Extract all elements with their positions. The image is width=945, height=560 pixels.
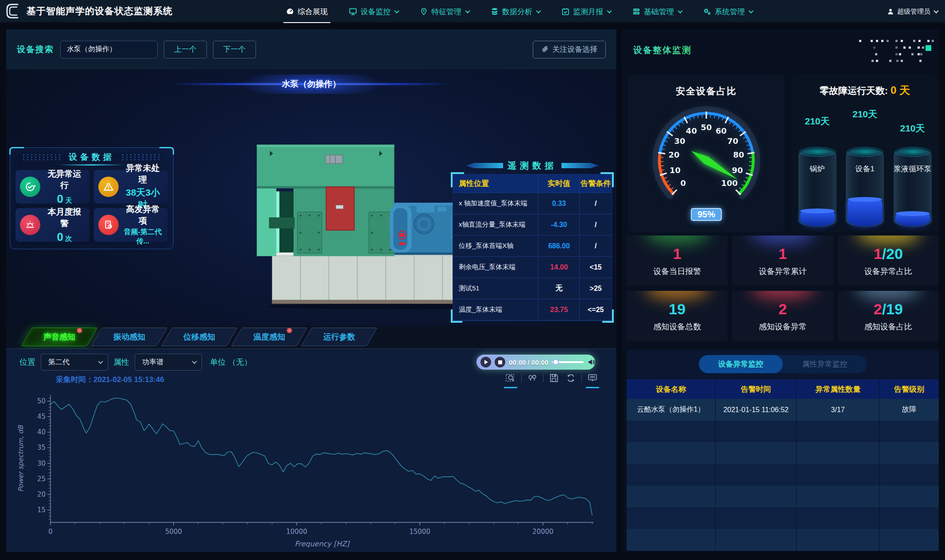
chevron-down-icon [192, 359, 197, 364]
cylinder-days: 210天 [891, 122, 934, 135]
tab-device-alarm-monitor[interactable]: 设备异常监控 [699, 355, 783, 373]
telemetry-panel: 遥测数据 属性位置 实时值 告警条件 x 轴加速度值_泵体末端 0.33 / [453, 157, 612, 322]
user-name: 超级管理员 [897, 8, 930, 16]
chevron-down-icon [678, 8, 682, 13]
stat-today-alarms: 1 设备当日报警 [627, 236, 728, 286]
map-pin-icon [420, 8, 428, 15]
attribute-select[interactable]: 功率谱 [135, 354, 202, 371]
cylinder-rim [799, 147, 836, 157]
zero-fault-value: 0 天 [891, 84, 910, 96]
toolbar-separator [543, 374, 543, 382]
alert-badge [287, 328, 292, 333]
svg-text:25: 25 [37, 475, 46, 483]
tooltip-toggle-icon[interactable] [586, 372, 599, 384]
prev-device-button[interactable]: 上一个 [164, 41, 207, 58]
stat-unit: 天 [65, 197, 72, 204]
nav-item-overview[interactable]: 综合展现 [284, 0, 329, 23]
nav-item-data-analysis[interactable]: 数据分析 [489, 0, 542, 23]
spectrum-section: 位置 第二代 属性 功率谱 单位 （无） 00:00 / 00:00 采集时间：… [6, 349, 616, 552]
svg-text:10000: 10000 [286, 528, 307, 536]
alarm-row-empty [627, 529, 939, 551]
refresh-icon[interactable] [565, 372, 577, 384]
svg-text:20: 20 [668, 150, 679, 159]
nav-item-label: 设备监控 [360, 7, 391, 17]
cylinder-device1: 210天 设备1 [844, 103, 886, 228]
stat-value: 音频-第二代传... [122, 228, 163, 246]
telemetry-header-row: 属性位置 实时值 告警条件 [453, 174, 612, 193]
overview-title: 设备整体监测 [633, 44, 692, 56]
svg-text:0: 0 [680, 178, 686, 188]
telemetry-title: 遥测数据 [507, 160, 557, 172]
warning-icon [98, 177, 119, 197]
stat-sensor-ratio: 2/19 感知设备占比 [838, 291, 939, 341]
nav-item-monthly-report[interactable]: 监测月报 [560, 0, 613, 23]
tab-attribute-alarm-monitor[interactable]: 属性异常监控 [783, 355, 867, 373]
zero-fault-title: 零故障运行天数: 0 天 [791, 74, 939, 97]
nav-item-label: 系统管理 [715, 7, 745, 17]
svg-text:30: 30 [37, 460, 46, 467]
device-data-panel: 设备数据 无异常运行 0 天 [10, 147, 174, 249]
toolbar-separator [581, 374, 582, 382]
tab-sound-sense[interactable]: 声音感知 [21, 328, 97, 346]
model-viewport[interactable]: 水泵（勿操作） [6, 70, 616, 325]
stat-anomaly-ratio: 1/20 设备异常占比 [838, 236, 939, 286]
cylinder-slurry-pump: 210天 浆液循环泵 [891, 103, 934, 228]
zoom-reset-icon[interactable] [526, 372, 538, 384]
brand: 基于智能声学的设备状态监测系统 [0, 2, 173, 20]
next-device-button[interactable]: 下一个 [213, 41, 256, 58]
monitor-icon [349, 8, 357, 15]
cylinder-name: 设备1 [843, 164, 887, 174]
alarm-header-row: 设备名称 告警时间 异常属性数量 告警级别 [627, 379, 939, 399]
stat-unit: 次 [65, 235, 72, 242]
position-select[interactable]: 第二代 [41, 354, 108, 371]
focus-device-button[interactable]: 关注设备选择 [533, 41, 606, 58]
overview-stats: 1 设备当日报警 1 设备异常累计 1/20 设备异常占比 19 感知设备总数 … [627, 236, 939, 341]
alarm-table: 设备名称 告警时间 异常属性数量 告警级别 云酷水泵（勿操作1） 2021-01… [627, 379, 939, 551]
alarm-tabs: 设备异常监控 属性异常监控 [699, 355, 867, 373]
nav-item-system-mgmt[interactable]: 系统管理 [701, 0, 755, 23]
svg-text:40: 40 [686, 126, 697, 135]
cylinder-days: 210天 [844, 108, 886, 120]
user-menu[interactable]: 超级管理员 [887, 0, 938, 23]
tab-run-params[interactable]: 运行参数 [301, 328, 377, 346]
stat-card-month-alarms: 本月度报警 0 次 [15, 208, 89, 242]
alarm-row[interactable]: 云酷水泵（勿操作1） 2021-01-15 11:06:52 3/17 故障 [627, 399, 939, 421]
stat-sensor-total: 19 感知设备总数 [627, 291, 728, 341]
cylinder-liquid [895, 213, 930, 226]
save-icon[interactable] [548, 372, 560, 384]
stat-value: 0 [57, 192, 63, 205]
alert-badge [77, 328, 82, 333]
tab-displacement-sense[interactable]: 位移感知 [161, 328, 237, 346]
svg-text:35: 35 [37, 444, 46, 452]
alarm-row-empty [627, 421, 939, 442]
nav-item-feature-mgmt[interactable]: 特征管理 [418, 0, 471, 23]
nav-item-label: 基础管理 [644, 7, 674, 17]
gears-icon [703, 8, 711, 15]
chart-toolbar [504, 372, 599, 384]
alarm-monitor-card: 设备异常监控 属性异常监控 设备名称 告警时间 异常属性数量 告警级别 云酷水泵… [627, 350, 939, 550]
svg-text:0: 0 [48, 528, 53, 536]
play-button[interactable] [480, 357, 491, 367]
volume-slider[interactable] [552, 359, 584, 365]
title-wing-decoration [466, 163, 503, 168]
telemetry-row: 测试51 无 >25 [453, 278, 612, 299]
cylinder-rim [847, 147, 883, 157]
svg-text:80: 80 [733, 150, 744, 159]
svg-text:Power spectrum, dB: Power spectrum, dB [17, 425, 25, 492]
title-wing-decoration [562, 163, 599, 168]
nav-item-label: 监测月报 [573, 7, 603, 17]
zoom-select-icon[interactable] [504, 372, 517, 384]
nav-item-label: 综合展现 [298, 7, 328, 17]
device-search-input[interactable] [60, 41, 158, 58]
chevron-down-icon [933, 8, 938, 13]
stop-button[interactable] [495, 357, 505, 367]
alarm-icon [20, 215, 40, 235]
chevron-down-icon [465, 8, 470, 13]
svg-text:15000: 15000 [409, 528, 430, 536]
gauge-value-badge: 95% [691, 208, 722, 221]
tab-temperature-sense[interactable]: 温度感知 [231, 328, 307, 346]
nav-item-base-mgmt[interactable]: 基础管理 [631, 0, 684, 23]
cylinder-rim [895, 147, 931, 157]
tab-vibration-sense[interactable]: 振动感知 [91, 328, 167, 346]
nav-item-device-monitor[interactable]: 设备监控 [347, 0, 400, 23]
